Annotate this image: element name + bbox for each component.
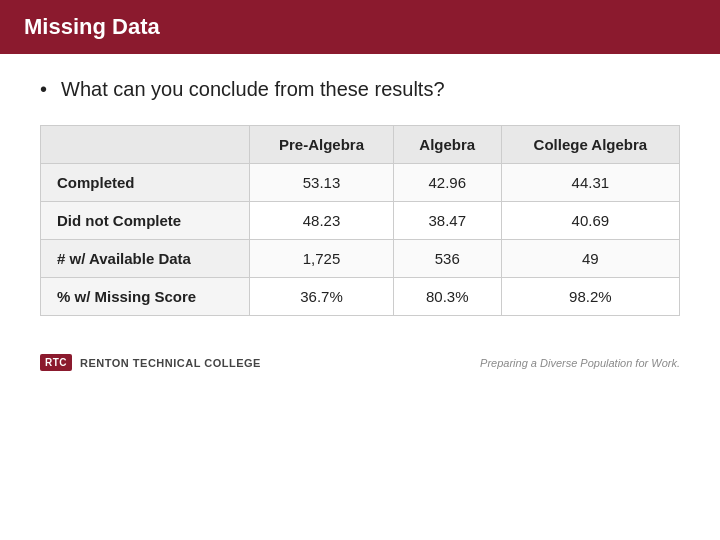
footer: RTC RENTON TECHNICAL COLLEGE Preparing a… xyxy=(0,344,720,379)
row-dnc-pre-algebra: 48.23 xyxy=(250,202,393,240)
row-avail-algebra: 536 xyxy=(393,240,501,278)
content-area: • What can you conclude from these resul… xyxy=(0,54,720,332)
row-dnc-college-algebra: 40.69 xyxy=(501,202,679,240)
rtc-badge: RTC xyxy=(40,354,72,371)
row-label-available-data: # w/ Available Data xyxy=(41,240,250,278)
row-completed-algebra: 42.96 xyxy=(393,164,501,202)
row-label-missing-score: % w/ Missing Score xyxy=(41,278,250,316)
footer-tagline: Preparing a Diverse Population for Work. xyxy=(480,357,680,369)
table-row: % w/ Missing Score 36.7% 80.3% 98.2% xyxy=(41,278,680,316)
row-avail-pre-algebra: 1,725 xyxy=(250,240,393,278)
bullet-dot: • xyxy=(40,78,47,101)
row-label-completed: Completed xyxy=(41,164,250,202)
row-completed-pre-algebra: 53.13 xyxy=(250,164,393,202)
row-dnc-algebra: 38.47 xyxy=(393,202,501,240)
row-completed-college-algebra: 44.31 xyxy=(501,164,679,202)
col-header-empty xyxy=(41,126,250,164)
question-text: What can you conclude from these results… xyxy=(61,78,445,101)
table-row: Did not Complete 48.23 38.47 40.69 xyxy=(41,202,680,240)
row-label-did-not-complete: Did not Complete xyxy=(41,202,250,240)
table-header-row: Pre-Algebra Algebra College Algebra xyxy=(41,126,680,164)
table-row: Completed 53.13 42.96 44.31 xyxy=(41,164,680,202)
bullet-question: • What can you conclude from these resul… xyxy=(40,78,680,101)
table-row: # w/ Available Data 1,725 536 49 xyxy=(41,240,680,278)
footer-logo: RTC RENTON TECHNICAL COLLEGE xyxy=(40,354,261,371)
college-name: RENTON TECHNICAL COLLEGE xyxy=(80,357,261,369)
row-missing-pre-algebra: 36.7% xyxy=(250,278,393,316)
data-table: Pre-Algebra Algebra College Algebra Comp… xyxy=(40,125,680,316)
page-title: Missing Data xyxy=(24,14,160,39)
row-missing-college-algebra: 98.2% xyxy=(501,278,679,316)
col-header-college-algebra: College Algebra xyxy=(501,126,679,164)
header-bar: Missing Data xyxy=(0,0,720,54)
col-header-algebra: Algebra xyxy=(393,126,501,164)
col-header-pre-algebra: Pre-Algebra xyxy=(250,126,393,164)
row-missing-algebra: 80.3% xyxy=(393,278,501,316)
row-avail-college-algebra: 49 xyxy=(501,240,679,278)
